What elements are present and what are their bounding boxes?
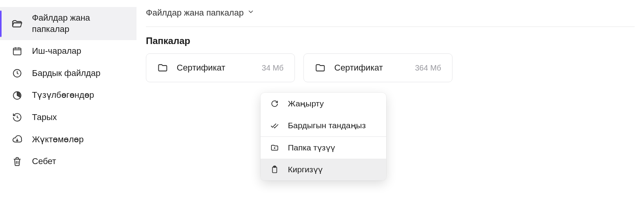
clipboard-icon <box>270 165 279 174</box>
menu-item-paste[interactable]: Киргизүү <box>261 159 386 180</box>
history-icon <box>12 112 23 123</box>
folder-size: 34 Мб <box>262 64 284 72</box>
sidebar-item-label: Иш-чаралар <box>32 46 81 57</box>
breadcrumb-label: Файлдар жана папкалар <box>146 8 244 18</box>
folder-name: Сертификат <box>177 63 253 73</box>
sidebar-item-all-files[interactable]: Бардык файлдар <box>0 62 137 85</box>
folder-icon <box>157 62 168 73</box>
calendar-icon <box>12 46 23 57</box>
sidebar-item-label: Түзүлбөгөндөр <box>32 90 94 101</box>
sidebar-item-events[interactable]: Иш-чаралар <box>0 40 137 62</box>
sidebar-item-files-folders[interactable]: Файлдар жана папкалар <box>0 7 137 40</box>
sidebar-item-label: Жүктөмөлөр <box>32 134 83 145</box>
breadcrumb-dropdown[interactable]: Файлдар жана папкалар <box>146 5 635 27</box>
folder-name: Сертификат <box>334 63 406 73</box>
sidebar-item-trash[interactable]: Себет <box>0 150 137 173</box>
menu-item-label: Жаңырту <box>288 99 324 108</box>
pie-icon <box>12 90 23 101</box>
menu-item-label: Киргизүү <box>288 165 323 174</box>
new-folder-icon <box>270 143 279 152</box>
sidebar-item-label: Тарых <box>32 112 57 123</box>
svg-rect-3 <box>273 167 277 173</box>
trash-icon <box>12 156 23 167</box>
folder-open-icon <box>12 18 23 29</box>
folder-size: 364 Мб <box>415 64 441 72</box>
menu-item-label: Папка түзүү <box>288 143 335 152</box>
folder-card[interactable]: Сертификат 364 Мб <box>303 53 452 82</box>
refresh-icon <box>270 99 279 108</box>
clock-icon <box>12 68 23 79</box>
folder-icon <box>315 62 326 73</box>
sidebar-item-label: Файлдар жана папкалар <box>32 12 129 35</box>
menu-item-new-folder[interactable]: Папка түзүү <box>261 137 386 159</box>
sidebar: Файлдар жана папкалар Иш-чаралар Бардык … <box>0 0 137 205</box>
sidebar-item-label: Бардык файлдар <box>32 68 101 79</box>
sidebar-item-downloads[interactable]: Жүктөмөлөр <box>0 129 137 151</box>
chevron-down-icon <box>247 8 255 18</box>
section-heading: Папкалар <box>146 35 635 46</box>
context-menu: Жаңырту Бардыгын тандаңыз Папка түзүү Ки… <box>261 93 386 180</box>
check-all-icon <box>270 121 279 130</box>
menu-item-select-all[interactable]: Бардыгын тандаңыз <box>261 115 386 136</box>
menu-item-refresh[interactable]: Жаңырту <box>261 93 386 115</box>
sidebar-item-uncreated[interactable]: Түзүлбөгөндөр <box>0 84 137 106</box>
main-content: Файлдар жана папкалар Папкалар Сертифика… <box>137 0 644 205</box>
sidebar-item-history[interactable]: Тарых <box>0 106 137 129</box>
svg-rect-0 <box>13 48 21 55</box>
download-cloud-icon <box>12 134 23 145</box>
folders-row: Сертификат 34 Мб Сертификат 364 Мб <box>146 53 635 82</box>
folder-card[interactable]: Сертификат 34 Мб <box>146 53 295 82</box>
sidebar-item-label: Себет <box>32 156 56 167</box>
menu-item-label: Бардыгын тандаңыз <box>288 121 366 130</box>
